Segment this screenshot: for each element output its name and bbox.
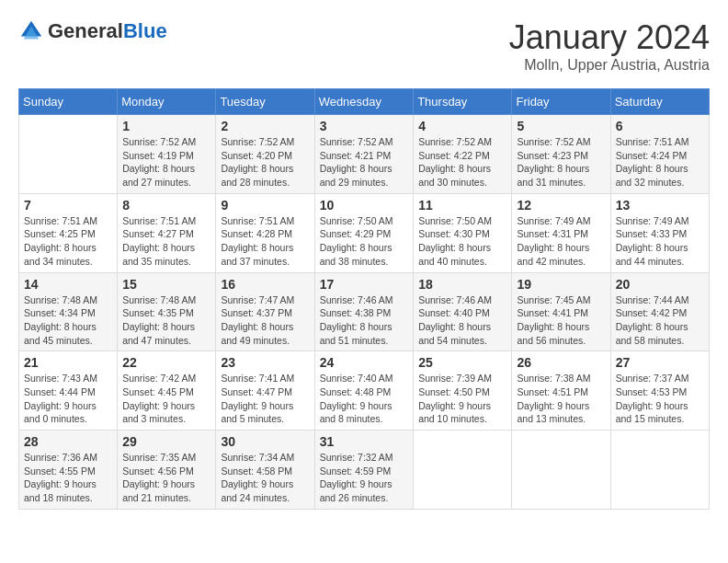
sunset-text: Sunset: 4:59 PM <box>320 465 392 477</box>
sunset-text: Sunset: 4:35 PM <box>122 307 194 318</box>
calendar-table: SundayMondayTuesdayWednesdayThursdayFrid… <box>18 88 710 510</box>
day-info: Sunrise: 7:51 AMSunset: 4:27 PMDaylight:… <box>122 214 210 269</box>
day-number: 7 <box>24 198 112 213</box>
logo-text: GeneralBlue <box>48 20 167 42</box>
calendar-cell: 27Sunrise: 7:37 AMSunset: 4:53 PMDayligh… <box>610 351 709 431</box>
title-block: January 2024 Molln, Upper Austria, Austr… <box>509 18 710 74</box>
daylight-text: Daylight: 8 hours and 35 minutes. <box>122 242 195 267</box>
day-number: 3 <box>320 119 409 133</box>
sunrise-text: Sunrise: 7:41 AM <box>221 373 294 384</box>
day-info: Sunrise: 7:51 AMSunset: 4:28 PMDaylight:… <box>221 214 309 269</box>
sunset-text: Sunset: 4:56 PM <box>122 465 194 477</box>
day-number: 6 <box>616 119 704 133</box>
day-number: 19 <box>517 277 605 292</box>
week-row-2: 7Sunrise: 7:51 AMSunset: 4:25 PMDaylight… <box>19 193 710 272</box>
day-info: Sunrise: 7:50 AMSunset: 4:29 PMDaylight:… <box>320 214 409 269</box>
calendar-cell <box>610 431 709 510</box>
day-info: Sunrise: 7:46 AMSunset: 4:38 PMDaylight:… <box>320 293 409 348</box>
calendar-cell: 2Sunrise: 7:52 AMSunset: 4:20 PMDaylight… <box>216 115 314 194</box>
sunset-text: Sunset: 4:22 PM <box>418 150 490 161</box>
day-info: Sunrise: 7:51 AMSunset: 4:24 PMDaylight:… <box>616 135 704 190</box>
sunset-text: Sunset: 4:24 PM <box>616 150 688 161</box>
day-info: Sunrise: 7:52 AMSunset: 4:22 PMDaylight:… <box>418 135 506 190</box>
day-number: 12 <box>517 198 605 213</box>
calendar-cell: 29Sunrise: 7:35 AMSunset: 4:56 PMDayligh… <box>118 431 216 510</box>
day-info: Sunrise: 7:52 AMSunset: 4:23 PMDaylight:… <box>517 135 605 190</box>
daylight-text: Daylight: 8 hours and 54 minutes. <box>418 321 491 346</box>
sunset-text: Sunset: 4:47 PM <box>221 386 292 397</box>
calendar-cell: 15Sunrise: 7:48 AMSunset: 4:35 PMDayligh… <box>118 272 216 351</box>
week-row-1: 1Sunrise: 7:52 AMSunset: 4:19 PMDaylight… <box>19 115 710 194</box>
sunset-text: Sunset: 4:31 PM <box>517 228 588 239</box>
daylight-text: Daylight: 9 hours and 3 minutes. <box>122 400 195 425</box>
daylight-text: Daylight: 9 hours and 8 minutes. <box>320 400 392 425</box>
day-info: Sunrise: 7:40 AMSunset: 4:48 PMDaylight:… <box>320 372 409 426</box>
sunset-text: Sunset: 4:27 PM <box>122 228 194 239</box>
day-info: Sunrise: 7:37 AMSunset: 4:53 PMDaylight:… <box>616 372 704 426</box>
sunset-text: Sunset: 4:58 PM <box>221 465 292 477</box>
sunset-text: Sunset: 4:37 PM <box>221 307 292 318</box>
logo-icon <box>18 18 44 44</box>
calendar-header: SundayMondayTuesdayWednesdayThursdayFrid… <box>19 89 710 115</box>
day-number: 18 <box>418 277 506 292</box>
day-number: 23 <box>221 355 309 370</box>
calendar-body: 1Sunrise: 7:52 AMSunset: 4:19 PMDaylight… <box>19 115 710 510</box>
day-info: Sunrise: 7:32 AMSunset: 4:59 PMDaylight:… <box>320 451 409 505</box>
daylight-text: Daylight: 9 hours and 24 minutes. <box>221 478 293 503</box>
calendar-cell: 30Sunrise: 7:34 AMSunset: 4:58 PMDayligh… <box>216 431 314 510</box>
sunrise-text: Sunrise: 7:39 AM <box>418 373 492 384</box>
day-info: Sunrise: 7:49 AMSunset: 4:33 PMDaylight:… <box>616 214 704 269</box>
sunrise-text: Sunrise: 7:52 AM <box>122 136 196 147</box>
day-info: Sunrise: 7:35 AMSunset: 4:56 PMDaylight:… <box>122 451 210 505</box>
header-cell-wednesday: Wednesday <box>314 89 414 115</box>
day-info: Sunrise: 7:51 AMSunset: 4:25 PMDaylight:… <box>24 214 112 269</box>
sunrise-text: Sunrise: 7:50 AM <box>320 215 393 226</box>
day-number: 17 <box>320 277 409 292</box>
day-number: 13 <box>616 198 704 213</box>
sunrise-text: Sunrise: 7:46 AM <box>418 294 492 305</box>
daylight-text: Daylight: 8 hours and 58 minutes. <box>616 321 688 346</box>
calendar-cell: 6Sunrise: 7:51 AMSunset: 4:24 PMDaylight… <box>610 115 709 194</box>
sunrise-text: Sunrise: 7:51 AM <box>221 215 294 226</box>
sunrise-text: Sunrise: 7:52 AM <box>320 136 393 147</box>
logo: GeneralBlue <box>18 18 167 44</box>
day-number: 31 <box>320 434 409 449</box>
sunrise-text: Sunrise: 7:40 AM <box>320 373 393 384</box>
week-row-3: 14Sunrise: 7:48 AMSunset: 4:34 PMDayligh… <box>19 272 710 351</box>
day-number: 20 <box>616 277 704 292</box>
daylight-text: Daylight: 8 hours and 51 minutes. <box>320 321 392 346</box>
sunset-text: Sunset: 4:48 PM <box>320 386 392 397</box>
daylight-text: Daylight: 8 hours and 29 minutes. <box>320 163 392 188</box>
sunrise-text: Sunrise: 7:38 AM <box>517 373 590 384</box>
header-cell-saturday: Saturday <box>610 89 709 115</box>
header-cell-monday: Monday <box>118 89 216 115</box>
day-info: Sunrise: 7:52 AMSunset: 4:20 PMDaylight:… <box>221 135 309 190</box>
sunrise-text: Sunrise: 7:47 AM <box>221 294 294 305</box>
daylight-text: Daylight: 9 hours and 0 minutes. <box>24 400 97 425</box>
calendar-cell: 25Sunrise: 7:39 AMSunset: 4:50 PMDayligh… <box>414 351 512 431</box>
sunset-text: Sunset: 4:44 PM <box>24 386 96 397</box>
sunset-text: Sunset: 4:41 PM <box>517 307 588 318</box>
daylight-text: Daylight: 8 hours and 40 minutes. <box>418 242 491 267</box>
day-info: Sunrise: 7:49 AMSunset: 4:31 PMDaylight:… <box>517 214 605 269</box>
day-number: 22 <box>122 355 210 370</box>
calendar-cell: 8Sunrise: 7:51 AMSunset: 4:27 PMDaylight… <box>118 193 216 272</box>
day-number: 10 <box>320 198 409 213</box>
day-number: 15 <box>122 277 210 292</box>
calendar-cell: 1Sunrise: 7:52 AMSunset: 4:19 PMDaylight… <box>118 115 216 194</box>
sunset-text: Sunset: 4:34 PM <box>24 307 96 318</box>
day-number: 26 <box>517 355 605 370</box>
logo-blue: Blue <box>123 19 167 42</box>
sunrise-text: Sunrise: 7:52 AM <box>517 136 590 147</box>
sunrise-text: Sunrise: 7:50 AM <box>418 215 492 226</box>
calendar-cell: 24Sunrise: 7:40 AMSunset: 4:48 PMDayligh… <box>314 351 414 431</box>
sunrise-text: Sunrise: 7:34 AM <box>221 452 294 463</box>
sunrise-text: Sunrise: 7:44 AM <box>616 294 689 305</box>
day-info: Sunrise: 7:36 AMSunset: 4:55 PMDaylight:… <box>24 451 112 505</box>
day-number: 16 <box>221 277 309 292</box>
week-row-4: 21Sunrise: 7:43 AMSunset: 4:44 PMDayligh… <box>19 351 710 431</box>
daylight-text: Daylight: 9 hours and 5 minutes. <box>221 400 293 425</box>
calendar-cell: 22Sunrise: 7:42 AMSunset: 4:45 PMDayligh… <box>118 351 216 431</box>
daylight-text: Daylight: 8 hours and 30 minutes. <box>418 163 491 188</box>
daylight-text: Daylight: 9 hours and 13 minutes. <box>517 400 589 425</box>
